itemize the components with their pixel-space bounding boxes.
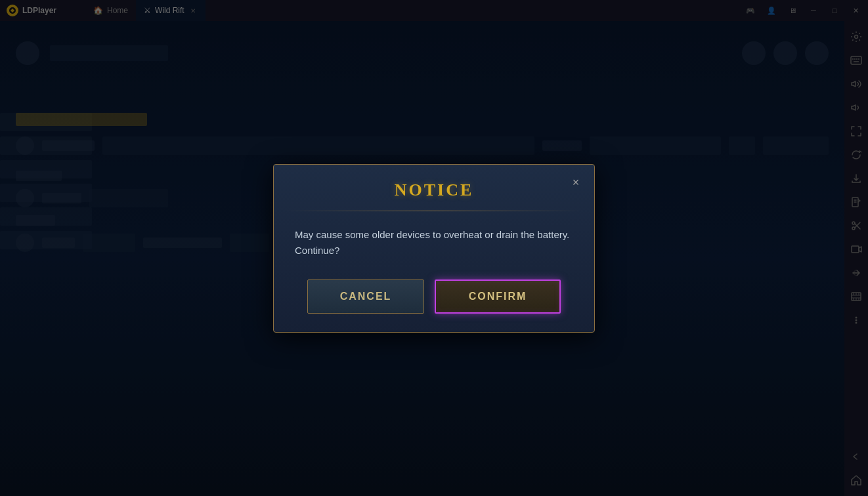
notice-body-text: May cause some older devices to overheat…	[295, 229, 569, 256]
cancel-button[interactable]: CANCEL	[307, 279, 424, 314]
dialog-backdrop: NOTICE × May cause some older devices to…	[0, 0, 868, 496]
notice-title: NOTICE	[395, 180, 474, 199]
notice-buttons: CANCEL CONFIRM	[274, 274, 594, 332]
notice-dialog: NOTICE × May cause some older devices to…	[273, 164, 595, 333]
notice-body: May cause some older devices to overheat…	[274, 211, 594, 274]
notice-close-button[interactable]: ×	[568, 175, 584, 191]
notice-header: NOTICE ×	[274, 165, 594, 211]
confirm-button[interactable]: CONFIRM	[435, 279, 561, 314]
